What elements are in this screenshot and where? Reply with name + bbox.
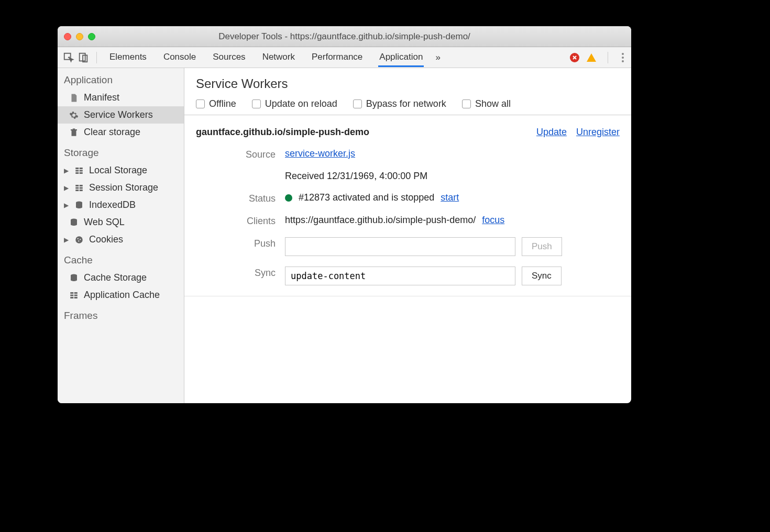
sidebar-item-cache-storage[interactable]: Cache Storage [58,269,184,286]
close-window-button[interactable] [64,33,71,40]
update-on-reload-checkbox[interactable]: Update on reload [252,98,337,109]
svg-rect-23 [74,292,78,294]
sync-input[interactable] [285,267,515,285]
sidebar-item-label: Web SQL [84,217,125,228]
sidebar-item-websql[interactable]: Web SQL [58,214,184,231]
sidebar-item-label: Local Storage [89,165,147,176]
device-toggle-icon[interactable] [78,52,89,63]
file-icon [69,93,79,103]
cookie-icon [74,235,84,245]
sidebar-item-manifest[interactable]: Manifest [58,89,184,106]
svg-rect-3 [75,168,79,169]
received-text: Received 12/31/1969, 4:00:00 PM [285,171,620,182]
show-all-checkbox[interactable]: Show all [462,98,511,109]
svg-point-17 [75,236,83,243]
sidebar-item-session-storage[interactable]: ▶ Session Storage [58,179,184,196]
sidebar-group-frames: Frames [58,304,184,325]
tab-performance[interactable]: Performance [311,48,364,67]
main-panel: Service Workers Offline Update on reload… [184,68,631,403]
svg-rect-13 [75,190,79,191]
tab-network[interactable]: Network [261,48,296,67]
tab-console[interactable]: Console [162,48,197,67]
svg-rect-6 [80,170,83,171]
svg-point-19 [80,239,81,240]
push-input[interactable] [285,237,515,256]
sidebar-item-label: Session Storage [89,182,158,193]
sync-row: Sync Sync [196,267,620,285]
svg-rect-22 [70,292,73,294]
error-badge-icon[interactable] [570,53,579,62]
tabs-overflow-button[interactable]: » [435,52,440,63]
row-label: Clients [196,215,285,227]
offline-checkbox[interactable]: Offline [196,98,236,109]
source-link[interactable]: service-worker.js [285,148,355,159]
sidebar-item-label: Cache Storage [84,272,147,283]
minimize-window-button[interactable] [76,33,83,40]
sidebar-item-label: Application Cache [84,290,160,301]
main-header: Service Workers Offline Update on reload… [184,68,631,115]
clients-row: Clients https://gauntface.github.io/simp… [196,215,620,227]
status-dot-icon [285,194,292,202]
sidebar-item-label: IndexedDB [89,199,136,210]
status-row: Status #12873 activated and is stopped s… [196,192,620,204]
focus-link[interactable]: focus [482,215,504,226]
status-text: #12873 activated and is stopped [299,192,434,203]
sidebar-group-storage: Storage [58,141,184,162]
traffic-lights [64,33,95,40]
source-row: Source service-worker.js Received 12/31/… [196,148,620,182]
start-link[interactable]: start [441,192,459,203]
sidebar-item-clear-storage[interactable]: Clear storage [58,124,184,141]
sync-button[interactable]: Sync [522,267,562,285]
row-label: Status [196,192,285,204]
sidebar-item-local-storage[interactable]: ▶ Local Storage [58,162,184,179]
svg-rect-8 [80,172,83,174]
svg-rect-11 [75,187,79,189]
caret-right-icon: ▶ [64,236,69,243]
devtools-toolbar: Elements Console Sources Network Perform… [58,47,631,68]
devtools-window: Developer Tools - https://gauntface.gith… [58,26,631,403]
gear-icon [69,110,79,120]
warning-badge-icon[interactable] [587,53,596,62]
database-icon [69,218,79,227]
sidebar-item-application-cache[interactable]: Application Cache [58,286,184,304]
update-link[interactable]: Update [536,127,567,138]
svg-point-18 [78,238,79,239]
sidebar-item-label: Clear storage [84,127,140,138]
sw-scope: gauntface.github.io/simple-push-demo Upd… [184,115,631,296]
grid-icon [69,291,79,300]
svg-rect-25 [74,294,78,296]
bypass-checkbox[interactable]: Bypass for network [353,98,446,109]
sidebar-item-label: Cookies [89,234,123,245]
caret-right-icon: ▶ [64,202,69,209]
trash-icon [69,128,79,137]
sidebar-group-cache: Cache [58,248,184,269]
settings-menu-button[interactable] [620,51,626,64]
push-row: Push Push [196,237,620,256]
sidebar-group-application: Application [58,68,184,89]
toolbar-separator [96,52,97,63]
sidebar-item-label: Manifest [84,92,119,103]
unregister-link[interactable]: Unregister [576,127,620,138]
tab-sources[interactable]: Sources [212,48,246,67]
window-title: Developer Tools - https://gauntface.gith… [58,31,631,42]
sidebar-item-indexeddb[interactable]: ▶ IndexedDB [58,196,184,214]
tab-application[interactable]: Application [378,48,424,67]
zoom-window-button[interactable] [88,33,95,40]
application-sidebar: Application Manifest Service Workers Cle… [58,68,184,403]
svg-rect-5 [75,170,79,171]
push-button[interactable]: Push [522,237,562,256]
inspect-element-icon[interactable] [63,52,74,63]
sidebar-item-service-workers[interactable]: Service Workers [58,106,184,124]
panel-heading: Service Workers [196,76,620,91]
svg-rect-24 [70,294,73,296]
caret-right-icon: ▶ [64,184,69,192]
sidebar-item-cookies[interactable]: ▶ Cookies [58,231,184,248]
caret-right-icon: ▶ [64,167,69,174]
tab-elements[interactable]: Elements [108,48,148,67]
database-icon [74,201,84,210]
titlebar: Developer Tools - https://gauntface.gith… [58,26,631,47]
toolbar-right [570,51,626,64]
grid-icon [74,166,84,175]
row-label: Source [196,148,285,160]
toolbar-separator [608,52,608,63]
